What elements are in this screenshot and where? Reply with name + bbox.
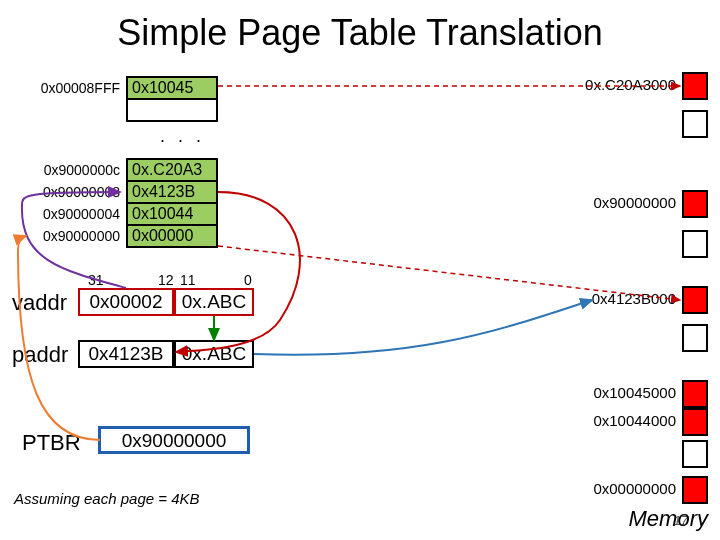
memory-label: 0x10045000 — [593, 384, 676, 401]
memory-cell — [682, 476, 708, 504]
memory-cell — [682, 286, 708, 314]
vaddr-off: 0x.ABC — [174, 288, 254, 316]
memory-cell — [682, 440, 708, 468]
memory-cell — [682, 408, 708, 436]
pt-addr-0: 0x9000000c — [28, 162, 120, 178]
bit-11: 11 — [180, 272, 196, 288]
pt-cell-1: 0x4123B — [126, 180, 218, 204]
memory-label: 0x4123B000 — [592, 290, 676, 307]
pt-addr-1: 0x90000008 — [28, 184, 120, 200]
ptbr-label: PTBR — [22, 430, 81, 456]
bit-31: 31 — [88, 272, 104, 288]
memory-cell — [682, 110, 708, 138]
pt-cell-3: 0x00000 — [126, 224, 218, 248]
pt-top-addr: 0x00008FFF — [28, 80, 120, 96]
page-title: Simple Page Table Translation — [0, 0, 720, 54]
pt-addr-2: 0x90000004 — [28, 206, 120, 222]
bit-12: 12 — [158, 272, 174, 288]
paddr-page: 0x4123B — [78, 340, 174, 368]
memory-label: 0x.C20A3000 — [585, 76, 676, 93]
bit-0: 0 — [244, 272, 252, 288]
memory-cell — [682, 190, 708, 218]
pt-top-cell: 0x10045 — [126, 76, 218, 100]
paddr-label: paddr — [12, 342, 68, 368]
memory-label: 0x00000000 — [593, 480, 676, 497]
pt-ellipsis: . . . — [160, 126, 205, 147]
memory-caption: Memory — [629, 506, 708, 532]
pt-cell-2: 0x10044 — [126, 202, 218, 226]
ptbr-box: 0x90000000 — [98, 426, 250, 454]
pt-addr-3: 0x90000000 — [28, 228, 120, 244]
memory-label: 0x90000000 — [593, 194, 676, 211]
memory-cell — [682, 324, 708, 352]
vaddr-page: 0x00002 — [78, 288, 174, 316]
memory-cell — [682, 380, 708, 408]
pt-blank — [126, 98, 218, 122]
memory-cell — [682, 72, 708, 100]
pt-cell-0: 0x.C20A3 — [126, 158, 218, 182]
memory-cell — [682, 230, 708, 258]
assumption-note: Assuming each page = 4KB — [14, 490, 200, 507]
paddr-off: 0x.ABC — [174, 340, 254, 368]
memory-label: 0x10044000 — [593, 412, 676, 429]
vaddr-label: vaddr — [12, 290, 67, 316]
